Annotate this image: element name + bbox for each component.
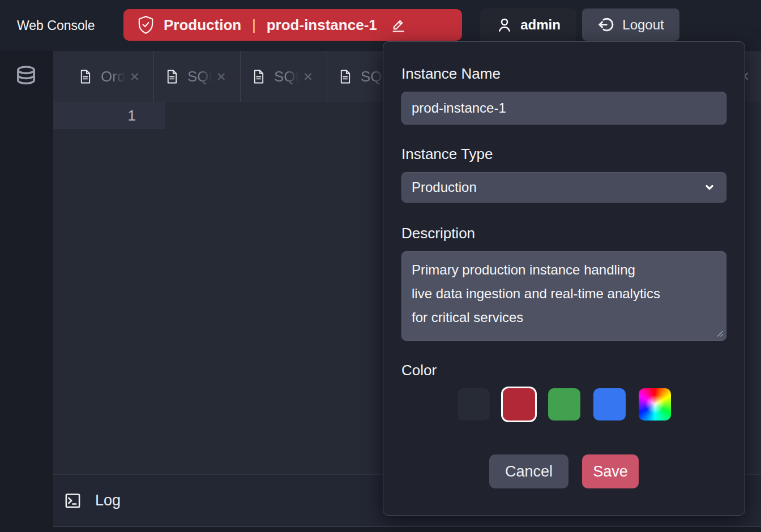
description-label: Description (401, 224, 726, 242)
user-button[interactable]: admin (480, 8, 576, 41)
instance-type-label: Instance Type (401, 145, 726, 163)
color-swatch-green[interactable] (548, 388, 580, 421)
instance-name-label: Instance Name (401, 65, 726, 83)
file-icon (339, 69, 352, 84)
tab-close-icon[interactable]: ✕ (130, 71, 140, 83)
user-icon (496, 16, 513, 33)
logout-icon (597, 16, 615, 33)
description-field-wrap: Primary production instance handling liv… (401, 251, 726, 341)
instance-type-select[interactable]: Production (401, 172, 726, 203)
terminal-icon (64, 492, 82, 509)
color-swatch-rainbow[interactable] (639, 388, 671, 421)
bottom-strip (53, 526, 761, 532)
tab-sql-1[interactable]: SQL ✕ (154, 51, 241, 102)
color-swatch-default[interactable] (458, 388, 490, 421)
logout-label: Logout (622, 17, 664, 33)
instance-badge[interactable]: Production | prod-instance-1 (123, 9, 462, 41)
instance-name-input[interactable] (401, 92, 726, 125)
instance-environment: Production (164, 16, 241, 34)
chevron-down-icon (703, 181, 716, 194)
tab-close-icon[interactable]: ✕ (303, 71, 313, 83)
tab-close-icon[interactable]: ✕ (216, 71, 226, 83)
instance-type-value: Production (412, 179, 477, 195)
tab-sql-2[interactable]: SQL ✕ (241, 51, 327, 102)
left-sidebar (0, 51, 53, 532)
cancel-button[interactable]: Cancel (489, 454, 568, 488)
description-textarea[interactable]: Primary production instance handling liv… (401, 251, 726, 341)
editor-active-line-gutter: 1 (53, 102, 165, 129)
file-icon (79, 69, 92, 84)
file-icon (165, 69, 178, 84)
user-name: admin (520, 17, 561, 33)
save-button[interactable]: Save (582, 454, 639, 488)
database-icon[interactable] (15, 65, 37, 91)
color-label: Color (401, 361, 726, 379)
tab-label: Ord (101, 68, 127, 85)
instance-name-text: prod-instance-1 (267, 16, 377, 34)
logout-button[interactable]: Logout (582, 8, 679, 41)
web-console-app: Web Console Production | prod-instance-1 (0, 0, 761, 532)
tab-label: SQL (187, 68, 213, 85)
edit-instance-dialog: Instance Name Instance Type Production D… (383, 41, 745, 516)
file-icon (252, 69, 265, 84)
line-number: 1 (53, 102, 165, 129)
dialog-actions: Cancel Save (401, 454, 726, 488)
tab-label: SQL (274, 68, 300, 85)
color-swatch-red[interactable] (503, 388, 535, 421)
color-swatch-row (401, 388, 726, 421)
log-label: Log (95, 492, 121, 509)
tab-orders[interactable]: Ord ✕ (67, 51, 154, 102)
app-title: Web Console (17, 0, 95, 51)
badge-separator: | (252, 17, 256, 33)
resize-handle-icon[interactable] (716, 329, 724, 337)
shield-check-icon (137, 15, 155, 35)
color-swatch-blue[interactable] (593, 388, 626, 421)
edit-instance-icon[interactable] (390, 17, 406, 33)
